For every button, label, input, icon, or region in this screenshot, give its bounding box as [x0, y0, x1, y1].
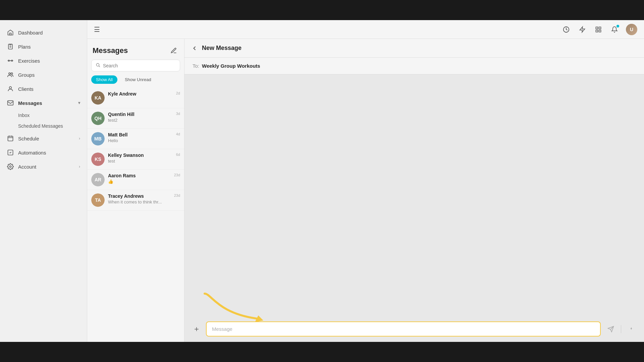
message-input-container: [206, 321, 601, 337]
calendar-icon: [7, 135, 14, 142]
svg-point-20: [10, 166, 11, 168]
sidebar-item-dashboard[interactable]: Dashboard: [0, 25, 87, 40]
divider: [621, 325, 621, 333]
header-actions: U: [561, 24, 637, 35]
inbox-label: Inbox: [18, 113, 30, 118]
attach-button[interactable]: [191, 324, 202, 335]
filter-buttons: Show All Show Unread: [87, 75, 184, 88]
message-preview: Hello: [108, 138, 173, 143]
list-item[interactable]: TA Tracey Andrews When it comes to think…: [87, 190, 184, 210]
chevron-down-icon: ▾: [78, 101, 80, 105]
compose-new-button[interactable]: [169, 46, 179, 56]
sidebar-label-messages: Messages: [18, 100, 42, 106]
to-value: Weekly Group Workouts: [202, 63, 260, 69]
svg-rect-14: [8, 101, 13, 105]
clock-icon-btn[interactable]: [561, 25, 571, 34]
compose-header: New Message: [184, 39, 644, 58]
svg-point-13: [9, 86, 12, 89]
list-item[interactable]: MB Matt Bell Hello 4d: [87, 129, 184, 149]
sidebar-item-automations[interactable]: Automations: [0, 145, 87, 160]
search-icon: [96, 63, 100, 68]
sidebar-item-scheduled-messages[interactable]: Scheduled Messages: [18, 121, 87, 131]
sidebar-label-exercises: Exercises: [18, 58, 40, 64]
message-time: 23d: [174, 173, 180, 177]
message-time: 6d: [176, 153, 180, 157]
scheduled-messages-label: Scheduled Messages: [18, 123, 63, 129]
messages-panel: Messages: [87, 39, 184, 342]
grid-icon-btn[interactable]: [594, 25, 603, 34]
show-all-button[interactable]: Show All: [91, 75, 117, 84]
svg-marker-22: [580, 26, 585, 32]
schedule-send-button[interactable]: [625, 323, 637, 335]
svg-rect-25: [596, 30, 598, 32]
sidebar-item-inbox[interactable]: Inbox: [18, 110, 87, 121]
contact-name: Kelley Swanson: [108, 153, 173, 158]
svg-point-12: [11, 73, 13, 74]
svg-point-27: [96, 63, 99, 66]
list-item[interactable]: KS Kelley Swanson test 6d: [87, 149, 184, 170]
chevron-right-icon-account: ›: [79, 164, 80, 169]
message-preview: test: [108, 159, 173, 164]
sidebar-item-exercises[interactable]: Exercises: [0, 54, 87, 68]
compose-title: New Message: [202, 45, 241, 52]
contact-name: Aaron Rams: [108, 173, 171, 178]
exercises-icon: [7, 57, 14, 64]
svg-rect-0: [10, 33, 11, 35]
avatar: MB: [91, 132, 105, 145]
contact-name: Tracey Andrews: [108, 193, 171, 199]
svg-rect-24: [599, 27, 601, 29]
sidebar-item-schedule[interactable]: Schedule ›: [0, 131, 87, 145]
svg-point-11: [9, 73, 10, 74]
bell-icon-btn[interactable]: [610, 25, 619, 34]
svg-rect-23: [596, 27, 598, 29]
content-area: Messages: [87, 39, 644, 342]
message-search-bar[interactable]: [91, 60, 180, 71]
check-icon: [7, 149, 14, 156]
compose-area: New Message To: Weekly Group Workouts: [184, 39, 644, 342]
back-button[interactable]: [191, 45, 198, 52]
avatar: TA: [91, 193, 105, 207]
sidebar-item-clients[interactable]: Clients: [0, 82, 87, 96]
groups-icon: [7, 71, 14, 78]
sidebar-label-account: Account: [18, 164, 36, 170]
sidebar-label-plans: Plans: [18, 44, 31, 50]
sidebar-item-groups[interactable]: Groups: [0, 68, 87, 82]
sidebar-item-plans[interactable]: Plans: [0, 40, 87, 54]
notification-badge: [616, 25, 619, 27]
clipboard-icon: [7, 43, 14, 50]
sidebar-label-automations: Automations: [18, 150, 46, 156]
show-unread-button[interactable]: Show Unread: [120, 75, 156, 84]
message-list: KA Kyle Andrew 2d QH: [87, 88, 184, 342]
contact-name: Kyle Andrew: [108, 91, 173, 97]
sidebar-label-clients: Clients: [18, 86, 34, 92]
lightning-icon-btn[interactable]: [578, 25, 587, 34]
hamburger-menu[interactable]: ☰: [94, 25, 100, 34]
to-label: To:: [193, 63, 199, 69]
person-icon: [7, 85, 14, 93]
avatar: KA: [91, 91, 105, 105]
list-item[interactable]: KA Kyle Andrew 2d: [87, 88, 184, 108]
message-preview: test2: [108, 118, 173, 123]
message-time: 4d: [176, 132, 180, 136]
compose-body: [184, 74, 644, 316]
user-avatar[interactable]: U: [626, 24, 637, 35]
sidebar-label-schedule: Schedule: [18, 136, 39, 141]
sidebar-item-messages[interactable]: Messages ▾: [0, 96, 87, 110]
send-button[interactable]: [605, 323, 617, 335]
contact-name: Matt Bell: [108, 132, 173, 137]
messages-panel-header: Messages: [87, 39, 184, 60]
avatar: QH: [91, 112, 105, 125]
message-input[interactable]: [206, 321, 601, 337]
list-item[interactable]: QH Quentin Hill test2 3d: [87, 108, 184, 129]
to-line: To: Weekly Group Workouts: [184, 58, 644, 74]
message-preview: 👍: [108, 179, 171, 184]
svg-rect-15: [8, 136, 13, 141]
home-icon: [7, 29, 14, 36]
avatar-initials: U: [626, 24, 637, 35]
sidebar-item-account[interactable]: Account ›: [0, 160, 87, 174]
message-time: 3d: [176, 112, 180, 116]
message-time: 2d: [176, 91, 180, 95]
sidebar-label-groups: Groups: [18, 72, 35, 78]
list-item[interactable]: AR Aaron Rams 👍 23d: [87, 170, 184, 190]
search-input[interactable]: [103, 63, 176, 68]
